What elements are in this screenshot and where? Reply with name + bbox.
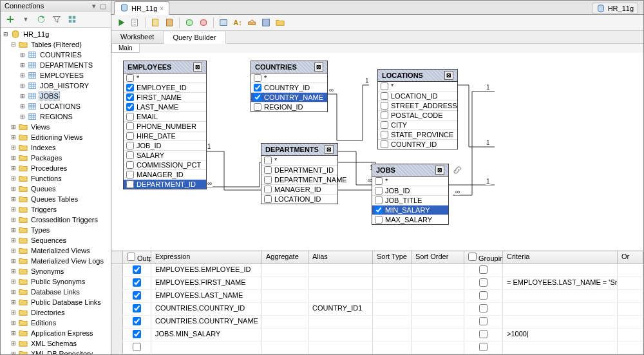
entity-countries[interactable]: COUNTRIES⊠*COUNTRY_IDCOUNTRY_NAMEREGION_… — [251, 61, 328, 112]
run-script-button[interactable] — [129, 17, 141, 28]
tree-toggle[interactable]: ⊞ — [19, 113, 26, 120]
entity-locations[interactable]: LOCATIONS⊠*LOCATION_IDSTREET_ADDRESSPOST… — [377, 69, 458, 149]
entity-column[interactable]: MIN_SALARY — [372, 205, 448, 215]
tab-main[interactable]: Main — [111, 44, 140, 53]
output-check[interactable] — [133, 330, 141, 338]
column-check[interactable] — [264, 195, 272, 203]
column-check[interactable] — [381, 131, 388, 139]
column-check[interactable] — [126, 161, 134, 169]
grid-row[interactable]: EMPLOYEES.LAST_NAME — [111, 290, 643, 303]
column-check[interactable] — [381, 111, 388, 119]
entity-column[interactable]: SALARY — [124, 150, 206, 160]
column-check[interactable] — [375, 187, 383, 195]
group-check[interactable] — [479, 330, 488, 338]
column-check[interactable] — [126, 180, 134, 188]
folder-node[interactable]: Procedures — [30, 164, 68, 172]
table-node[interactable]: JOB_HISTORY — [39, 82, 90, 90]
table-node[interactable]: JOBS — [39, 91, 60, 101]
entity-column[interactable]: COUNTRY_NAME — [251, 92, 327, 102]
tree-toggle[interactable]: ⊞ — [10, 340, 17, 347]
entity-column[interactable]: EMPLOYEE_ID — [124, 82, 206, 92]
connection-dropdown[interactable]: ▼ — [20, 14, 32, 25]
tree-toggle[interactable]: ⊞ — [10, 206, 17, 213]
entity-employees[interactable]: EMPLOYEES⊠*EMPLOYEE_IDFIRST_NAMELAST_NAM… — [123, 61, 207, 189]
expr-cell[interactable]: EMPLOYEES.EMPLOYEE_ID — [151, 264, 262, 276]
alias-cell[interactable] — [308, 316, 373, 328]
entity-column[interactable]: * — [124, 73, 206, 82]
entity-column[interactable]: JOB_ID — [372, 186, 448, 195]
column-check[interactable] — [254, 103, 261, 111]
output-check[interactable] — [133, 291, 141, 300]
entity-header[interactable]: LOCATIONS⊠ — [378, 70, 457, 82]
panel-minimize-icon[interactable]: ▾ — [90, 2, 98, 10]
column-check[interactable] — [264, 186, 272, 193]
tree-toggle[interactable]: ⊞ — [19, 102, 26, 110]
tree-toggle[interactable]: ⊞ — [10, 164, 17, 172]
tree-toggle[interactable]: ⊞ — [10, 267, 17, 275]
grid-empty-row[interactable] — [111, 341, 643, 354]
alias-cell[interactable] — [308, 290, 373, 302]
entity-jobs[interactable]: JOBS⊠*JOB_IDJOB_TITLEMIN_SALARYMAX_SALAR… — [372, 164, 449, 225]
entity-header[interactable]: COUNTRIES⊠ — [251, 61, 327, 73]
folder-node[interactable]: Synonyms — [30, 267, 65, 275]
alias-cell[interactable] — [308, 329, 373, 341]
sorttype-cell[interactable] — [373, 316, 412, 328]
agg-cell[interactable] — [262, 290, 308, 302]
agg-cell[interactable] — [262, 277, 308, 289]
entity-column[interactable]: LOCATION_ID — [261, 194, 337, 204]
tree-toggle[interactable]: ⊞ — [10, 185, 17, 193]
tables-folder[interactable]: Tables (Filtered) — [30, 41, 83, 48]
folder-node[interactable]: Public Database Links — [30, 298, 102, 306]
clear-button[interactable] — [246, 17, 258, 28]
new-connection-button[interactable] — [5, 14, 16, 25]
entity-close-icon[interactable]: ⊠ — [444, 71, 453, 80]
entity-column[interactable]: COUNTRY_ID — [251, 82, 327, 92]
table-node[interactable]: EMPLOYEES — [39, 72, 85, 79]
column-check[interactable] — [381, 140, 388, 148]
sortorder-cell[interactable] — [412, 277, 464, 289]
group-check[interactable] — [479, 317, 488, 325]
tree-toggle[interactable]: ⊞ — [10, 195, 17, 203]
column-check[interactable] — [264, 157, 272, 164]
tree-toggle[interactable]: ⊞ — [10, 278, 17, 285]
column-check[interactable] — [126, 84, 134, 91]
save-button[interactable] — [260, 17, 272, 28]
filter-button[interactable] — [51, 14, 62, 25]
sorttype-cell[interactable] — [373, 329, 412, 341]
criteria-cell[interactable] — [503, 264, 618, 276]
entity-header[interactable]: EMPLOYEES⊠ — [124, 61, 206, 73]
or-cell[interactable] — [618, 303, 643, 315]
column-check[interactable] — [126, 142, 134, 149]
tree-toggle[interactable]: ⊞ — [10, 247, 17, 254]
criteria-cell[interactable]: = EMPLOYEES.LAST_NAME = 'Smith' — [503, 277, 618, 289]
folder-node[interactable]: XML Schemas — [30, 340, 78, 347]
tree-toggle[interactable]: ⊞ — [10, 309, 17, 316]
column-check[interactable] — [126, 151, 134, 159]
output-check[interactable] — [133, 304, 141, 312]
grid-row[interactable]: JOBS.MIN_SALARY>1000| — [111, 329, 643, 341]
sorttype-cell[interactable] — [373, 303, 412, 315]
entity-close-icon[interactable]: ⊠ — [193, 62, 202, 72]
connections-tree[interactable]: ⊟ HR_11g ⊟ Tables (Filtered) ⊞COUNTRIES⊞… — [1, 28, 111, 354]
entity-column[interactable]: DEPARTMENT_NAME — [261, 175, 337, 184]
alias-cell[interactable]: COUNTRY_ID1 — [308, 303, 373, 315]
entity-column[interactable]: PHONE_NUMBER — [124, 121, 206, 131]
folder-node[interactable]: Materialized Views — [30, 247, 91, 254]
folder-node[interactable]: Public Synonyms — [30, 278, 86, 285]
grid-row[interactable]: EMPLOYEES.EMPLOYEE_ID — [111, 264, 643, 277]
to-uppercase-button[interactable]: A↕ — [232, 17, 243, 28]
grid-row[interactable]: COUNTRIES.COUNTRY_IDCOUNTRY_ID1 — [111, 303, 643, 316]
entity-column[interactable]: * — [261, 156, 337, 165]
sortorder-cell[interactable] — [412, 316, 464, 328]
tree-toggle[interactable]: ⊞ — [19, 82, 26, 90]
criteria-cell[interactable]: >1000| — [503, 329, 618, 341]
folder-node[interactable]: Types — [30, 226, 51, 234]
close-icon[interactable]: × — [160, 5, 164, 12]
agg-cell[interactable] — [262, 264, 308, 276]
rollback-button[interactable] — [198, 17, 209, 28]
column-check[interactable] — [381, 121, 388, 129]
folder-node[interactable]: Database Links — [30, 288, 81, 296]
entity-column[interactable]: MANAGER_ID — [261, 184, 337, 194]
column-check[interactable] — [375, 206, 383, 214]
tree-toggle[interactable]: ⊞ — [10, 226, 17, 234]
